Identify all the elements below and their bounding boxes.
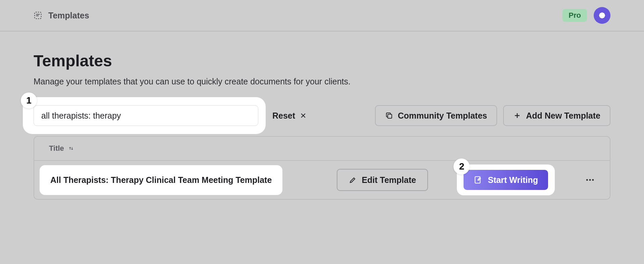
topbar-right: Pro xyxy=(562,7,610,24)
start-writing-button[interactable]: Start Writing xyxy=(464,170,548,190)
sort-icon xyxy=(68,145,74,151)
toolbar: 1 Reset Community Templates xyxy=(34,105,610,126)
row-title-cell: All Therapists: Therapy Clinical Team Me… xyxy=(49,169,273,192)
community-templates-button[interactable]: Community Templates xyxy=(375,105,497,126)
page-subtitle: Manage your templates that you can use t… xyxy=(34,77,610,86)
row-title-text[interactable]: All Therapists: Therapy Clinical Team Me… xyxy=(49,169,273,192)
svg-rect-5 xyxy=(388,114,392,118)
pencil-icon xyxy=(349,176,357,184)
close-icon xyxy=(300,112,307,119)
breadcrumb[interactable]: Templates xyxy=(34,11,89,20)
reset-label: Reset xyxy=(272,111,295,121)
plus-icon xyxy=(513,112,521,120)
edit-template-button[interactable]: Edit Template xyxy=(337,169,428,191)
reset-button[interactable]: Reset xyxy=(272,111,307,121)
top-bar: Templates Pro xyxy=(0,0,644,31)
column-title-header: Title xyxy=(49,144,64,153)
add-new-template-button[interactable]: Add New Template xyxy=(503,105,610,126)
table-header[interactable]: Title xyxy=(34,137,610,161)
add-new-template-label: Add New Template xyxy=(526,111,600,121)
avatar[interactable] xyxy=(594,7,610,24)
svg-point-9 xyxy=(586,179,588,181)
svg-point-10 xyxy=(589,179,591,181)
templates-table: Title All Therapists: Therapy Clinical T… xyxy=(34,136,610,200)
search-input[interactable] xyxy=(34,105,258,126)
annotation-badge-1: 1 xyxy=(21,92,37,109)
start-writing-label: Start Writing xyxy=(488,175,538,185)
svg-point-11 xyxy=(592,179,594,181)
community-templates-label: Community Templates xyxy=(398,111,487,121)
pro-badge: Pro xyxy=(562,9,587,22)
breadcrumb-label: Templates xyxy=(48,11,89,20)
toolbar-left: 1 Reset xyxy=(34,105,307,126)
start-writing-wrap: 2 Start Writing xyxy=(464,170,548,190)
write-icon xyxy=(474,176,482,184)
edit-template-label: Edit Template xyxy=(362,175,416,185)
page-title: Templates xyxy=(34,52,610,70)
table-row: All Therapists: Therapy Clinical Team Me… xyxy=(34,161,610,199)
copy-icon xyxy=(385,112,393,120)
templates-icon xyxy=(34,11,42,20)
search-wrap: 1 xyxy=(34,105,258,126)
content: Templates Manage your templates that you… xyxy=(0,31,644,200)
toolbar-right: Community Templates Add New Template xyxy=(375,105,610,126)
ellipsis-icon xyxy=(585,175,595,185)
more-actions-button[interactable] xyxy=(585,175,595,185)
